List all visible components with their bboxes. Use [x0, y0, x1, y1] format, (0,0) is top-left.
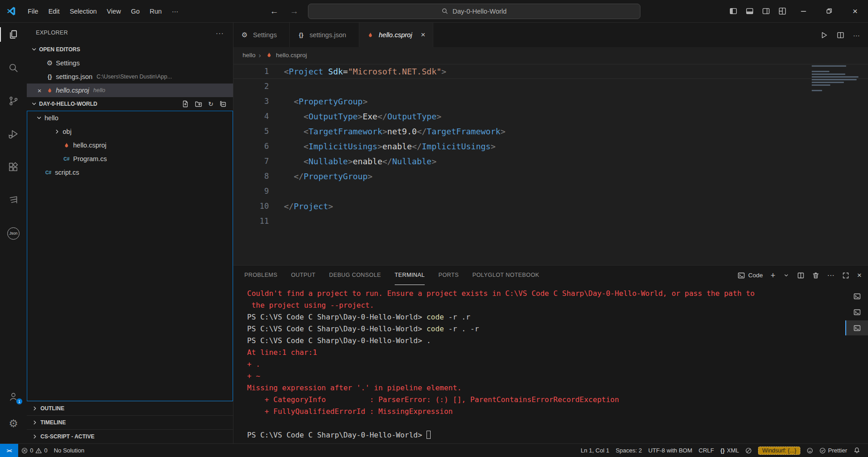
token: Sdk [328, 67, 343, 76]
feedback-icon[interactable] [804, 447, 816, 454]
token: </ [377, 112, 387, 121]
split-terminal-icon[interactable] [797, 272, 804, 279]
remote-indicator[interactable]: >< [0, 444, 18, 457]
minimize-button[interactable] [790, 0, 816, 23]
launch-profile-button[interactable]: Code [738, 272, 763, 279]
file-tree[interactable]: helloobjhello.csprojC#Program.csC#script… [27, 111, 233, 401]
terminal-instance-tab[interactable] [845, 320, 868, 335]
forward-icon[interactable]: → [288, 6, 301, 16]
panel-tab-polyglot-notebook[interactable]: POLYGLOT NOTEBOOK [472, 265, 539, 285]
terminal-line: At line:1 char:1 [247, 347, 845, 359]
restore-button[interactable] [816, 0, 842, 23]
line-number: 7 [233, 154, 269, 169]
tab-settings.json[interactable]: {}settings.json [290, 23, 359, 47]
close-window-button[interactable]: × [842, 0, 868, 23]
menu-go[interactable]: Go [126, 5, 144, 18]
panel-tab-problems[interactable]: PROBLEMS [244, 265, 278, 285]
encoding-status[interactable]: UTF-8 with BOM [645, 447, 695, 454]
eol-status[interactable]: CRLF [695, 447, 717, 454]
menu-view[interactable]: View [102, 5, 126, 18]
activity-settings[interactable]: ⚙ [0, 413, 27, 434]
terminal-line: PS C:\VS Code C Sharp\Day-0-Hello-World>… [247, 335, 845, 347]
kill-terminal-icon[interactable] [812, 272, 819, 279]
solution-status[interactable]: No Solution [50, 444, 87, 457]
tab-hello.csproj[interactable]: hello.csproj× [359, 23, 433, 47]
minimap[interactable] [812, 65, 861, 95]
terminal-instance-tab[interactable] [845, 289, 868, 304]
panel-tab-ports[interactable]: PORTS [438, 265, 459, 285]
cursor-position-status[interactable]: Ln 1, Col 1 [578, 447, 613, 454]
chevron-down-icon[interactable] [783, 272, 789, 279]
windsurf-status[interactable]: Windsurf: {...} [755, 447, 804, 455]
activity-accounts[interactable]: 1 [0, 385, 27, 407]
status-circle-slash-icon[interactable] [742, 447, 755, 454]
prettier-status[interactable]: Prettier [816, 447, 850, 454]
menu-run[interactable]: Run [145, 5, 167, 18]
tree-item-label: hello [45, 114, 59, 122]
workspace-header[interactable]: DAY-0-HELLO-WORLD ↻ [27, 97, 233, 111]
more-actions-icon[interactable]: ··· [853, 31, 860, 39]
menu-file[interactable]: File [23, 5, 43, 18]
new-file-icon[interactable] [182, 100, 189, 108]
maximize-panel-icon[interactable] [842, 272, 849, 279]
indentation-status[interactable]: Spaces: 2 [612, 447, 645, 454]
panel-tab-debug-console[interactable]: DEBUG CONSOLE [329, 265, 381, 285]
tree-item-label: hello.csproj [73, 142, 106, 149]
activity-run-debug[interactable] [0, 123, 27, 145]
toggle-secondary-sidebar-icon[interactable] [758, 0, 774, 23]
code-editor[interactable]: 1<Project Sdk="Microsoft.NET.Sdk">23 <Pr… [233, 63, 868, 265]
terminal-line: Missing expression after '.' in pipeline… [247, 382, 845, 394]
open-editor-item[interactable]: ×hello.csprojhello [27, 84, 233, 97]
terminal-instance-tab[interactable] [845, 305, 868, 319]
new-terminal-icon[interactable]: + [771, 271, 776, 280]
tree-item-hello[interactable]: hello [27, 111, 233, 125]
breadcrumb[interactable]: hello›hello.csproj [233, 47, 868, 63]
tab-settings[interactable]: ⚙Settings [233, 23, 290, 47]
tree-item-program.cs[interactable]: C#Program.cs [27, 152, 233, 166]
activity-windsurf[interactable] [0, 189, 27, 211]
run-icon[interactable] [820, 31, 828, 39]
collapse-all-icon[interactable] [219, 100, 227, 108]
refresh-icon[interactable]: ↻ [208, 100, 213, 108]
panel-actions: Code + ··· × [738, 271, 862, 280]
terminal[interactable]: Couldn't find a project to run. Ensure a… [233, 285, 845, 443]
section-cs-script-active[interactable]: CS-SCRIPT - ACTIVE [27, 429, 233, 443]
activity-extensions[interactable] [0, 156, 27, 178]
menu-overflow-icon[interactable]: ··· [167, 5, 184, 18]
panel-tab-output[interactable]: OUTPUT [291, 265, 316, 285]
breadcrumb-item[interactable]: hello.csproj [264, 52, 307, 59]
section-outline[interactable]: OUTLINE [27, 401, 233, 415]
activity-source-control[interactable] [0, 90, 27, 112]
open-editor-item[interactable]: ⚙Settings [27, 56, 233, 70]
language-status[interactable]: {} XML [717, 447, 742, 454]
breadcrumb-item[interactable]: hello [243, 52, 256, 59]
split-editor-icon[interactable] [837, 31, 844, 39]
menu-edit[interactable]: Edit [43, 5, 64, 18]
section-timeline[interactable]: TIMELINE [27, 415, 233, 429]
panel-more-icon[interactable]: ··· [827, 271, 834, 280]
explorer-more-icon[interactable]: ··· [216, 29, 224, 37]
toggle-sidebar-icon[interactable] [725, 0, 741, 23]
close-panel-icon[interactable]: × [857, 271, 862, 280]
close-tab-icon[interactable]: × [417, 29, 428, 40]
command-center[interactable]: Day-0-Hello-World [308, 4, 640, 19]
open-editor-item[interactable]: {}settings.jsonC:\Users\Steven Dustin\Ap… [27, 70, 233, 84]
new-folder-icon[interactable] [195, 100, 202, 108]
tree-item-script.cs[interactable]: C#script.cs [27, 166, 233, 179]
open-editors-header[interactable]: OPEN EDITORS [27, 43, 233, 56]
activity-explorer[interactable] [0, 24, 27, 45]
notifications-bell-icon[interactable] [850, 447, 863, 454]
tree-item-hello.csproj[interactable]: hello.csproj [27, 138, 233, 152]
customize-layout-icon[interactable] [774, 0, 790, 23]
close-editor-icon[interactable]: × [34, 87, 45, 94]
toggle-panel-icon[interactable] [741, 0, 758, 23]
token: Nullable [308, 157, 348, 166]
tree-item-obj[interactable]: obj [27, 125, 233, 138]
activity-search[interactable] [0, 57, 27, 79]
problems-status[interactable]: 0 0 [18, 444, 50, 457]
section-label: CS-SCRIPT - ACTIVE [40, 433, 94, 440]
back-icon[interactable]: ← [268, 6, 281, 16]
activity-json-extension[interactable]: Json [0, 222, 27, 244]
menu-selection[interactable]: Selection [64, 5, 102, 18]
panel-tab-terminal[interactable]: TERMINAL [395, 265, 425, 285]
